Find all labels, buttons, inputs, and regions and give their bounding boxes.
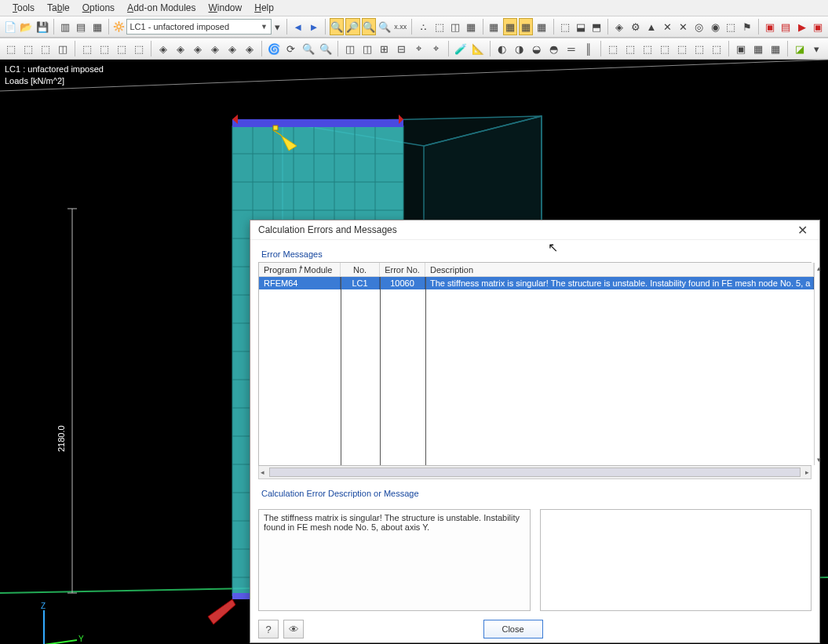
close-icon[interactable]: ✕ — [793, 223, 812, 238]
tb2-x-icon[interactable]: ⌖ — [429, 40, 444, 57]
loadcase-combo[interactable]: LC1 - unfactored imposed ▼ — [126, 19, 272, 35]
zoom3-icon[interactable]: 🔍 — [362, 18, 376, 35]
th-program[interactable]: Program / Module▲ — [259, 263, 341, 276]
table-row[interactable]: RFEM64 LC1 10060 The stiffness matrix is… — [259, 277, 814, 289]
tb2-ae-icon[interactable]: ═ — [564, 40, 579, 57]
menu-addon[interactable]: Add-on Modules — [121, 2, 202, 13]
tb2-aq-icon[interactable]: ◪ — [792, 40, 808, 57]
tb2-h-icon[interactable]: ⬚ — [131, 40, 147, 57]
tb-grid3-icon[interactable]: ▦ — [519, 18, 533, 35]
tb2-aj-icon[interactable]: ⬚ — [657, 40, 673, 57]
tb-p-icon[interactable]: ⚑ — [740, 18, 754, 35]
tb-g-icon[interactable]: ⬒ — [589, 18, 604, 35]
tb2-a-icon[interactable]: ⬚ — [3, 40, 19, 57]
tb2-s-icon[interactable]: ◫ — [342, 40, 358, 57]
tb-f-icon[interactable]: ⬓ — [574, 18, 588, 35]
tb-xxx-icon[interactable]: x.xx — [393, 18, 407, 35]
tb2-an-icon[interactable]: ▣ — [733, 40, 749, 57]
dialog-titlebar[interactable]: Calculation Errors and Messages ✕ — [250, 220, 819, 240]
menu-help[interactable]: Help — [248, 2, 280, 13]
nav-prev-icon[interactable]: ◄ — [290, 18, 305, 35]
tb-l-icon[interactable]: ✕ — [676, 18, 690, 35]
tb2-w-icon[interactable]: ⌖ — [411, 40, 427, 57]
tb-o-icon[interactable]: ⬚ — [724, 18, 738, 35]
zoom4-icon[interactable]: 🔍 — [378, 18, 392, 35]
tb-h-icon[interactable]: ◈ — [612, 18, 626, 35]
menu-table[interactable]: Table — [41, 2, 76, 13]
tb-e-icon[interactable]: ⬚ — [557, 18, 571, 35]
tb2-v-icon[interactable]: ⊟ — [394, 40, 410, 57]
zoom1-icon[interactable]: 🔍 — [330, 18, 344, 35]
tb2-r-icon[interactable]: 🔍 — [318, 40, 334, 57]
tb2-ac-icon[interactable]: ◒ — [529, 40, 545, 57]
tb-c-icon[interactable]: ◫ — [448, 18, 462, 35]
tb2-b-icon[interactable]: ⬚ — [20, 40, 36, 57]
tb-grid2-icon[interactable]: ▦ — [503, 18, 517, 35]
tb-r-icon[interactable]: ▤ — [779, 18, 793, 35]
tb2-af-icon[interactable]: ║ — [581, 40, 596, 57]
tb-k-icon[interactable]: ✕ — [660, 18, 674, 35]
tb2-f-icon[interactable]: ⬚ — [97, 40, 112, 57]
tb-s-icon[interactable]: ▶ — [794, 18, 808, 35]
errors-table[interactable]: Program / Module▲ No. Error No. Descript… — [259, 263, 814, 465]
tb-j-icon[interactable]: ▲ — [644, 18, 658, 35]
tb2-q-icon[interactable]: 🔍 — [301, 40, 316, 57]
tb2-ab-icon[interactable]: ◑ — [512, 40, 527, 57]
tb2-l-icon[interactable]: ◈ — [207, 40, 223, 57]
tb2-n-icon[interactable]: ◈ — [242, 40, 257, 57]
tb-grid4-icon[interactable]: ▦ — [534, 18, 549, 35]
tb2-ah-icon[interactable]: ⬚ — [622, 40, 638, 57]
tb-open-icon[interactable]: 📂 — [19, 18, 33, 35]
tb2-t-icon[interactable]: ◫ — [359, 40, 375, 57]
tb2-e-icon[interactable]: ⬚ — [79, 40, 95, 57]
th-no[interactable]: No. — [341, 263, 380, 276]
tb-panel2-icon[interactable]: ▤ — [74, 18, 88, 35]
tb2-am-icon[interactable]: ⬚ — [709, 40, 724, 57]
tb2-k-icon[interactable]: ◈ — [190, 40, 206, 57]
tb-panel3-icon[interactable]: ▦ — [89, 18, 104, 35]
tb-n-icon[interactable]: ◉ — [708, 18, 722, 35]
eye-button[interactable]: 👁 — [283, 620, 304, 639]
tb2-z-icon[interactable]: 📐 — [470, 40, 486, 57]
tb-b-icon[interactable]: ⬚ — [432, 18, 447, 35]
tb-panel1-icon[interactable]: ▥ — [58, 18, 72, 35]
tb-m-icon[interactable]: ◎ — [692, 18, 706, 35]
tb-q-icon[interactable]: ▣ — [763, 18, 777, 35]
tb2-ao-icon[interactable]: ▦ — [750, 40, 766, 57]
tb-a-icon[interactable]: ⛬ — [416, 18, 430, 35]
menu-window[interactable]: Window — [202, 2, 249, 13]
close-button[interactable]: Close — [483, 620, 543, 639]
tb-new-icon[interactable]: 📄 — [3, 18, 17, 35]
tb-grid1-icon[interactable]: ▦ — [487, 18, 501, 35]
tb2-u-icon[interactable]: ⊞ — [377, 40, 392, 57]
help-button[interactable]: ? — [258, 620, 279, 639]
tb2-i-icon[interactable]: ◈ — [155, 40, 171, 57]
vertical-scrollbar[interactable] — [814, 263, 815, 465]
tb-i-icon[interactable]: ⚙ — [628, 18, 642, 35]
zoom2-icon[interactable]: 🔎 — [345, 18, 359, 35]
tb2-aa-icon[interactable]: ◐ — [494, 40, 510, 57]
tb-d-icon[interactable]: ▦ — [464, 18, 478, 35]
tb2-c-icon[interactable]: ⬚ — [38, 40, 53, 57]
tb2-j-icon[interactable]: ◈ — [173, 40, 188, 57]
tb2-y-icon[interactable]: 🧪 — [453, 40, 469, 57]
tb-save-icon[interactable]: 💾 — [35, 18, 49, 35]
tb2-ak-icon[interactable]: ⬚ — [674, 40, 690, 57]
tb2-d-icon[interactable]: ◫ — [55, 40, 71, 57]
tb2-ad-icon[interactable]: ◓ — [546, 40, 562, 57]
nav-next-icon[interactable]: ► — [307, 18, 321, 35]
tb2-ai-icon[interactable]: ⬚ — [640, 40, 655, 57]
tb2-ag-icon[interactable]: ⬚ — [605, 40, 621, 57]
tb2-ap-icon[interactable]: ▦ — [768, 40, 783, 57]
th-description[interactable]: Description — [425, 263, 814, 276]
tb2-al-icon[interactable]: ⬚ — [691, 40, 707, 57]
horizontal-scrollbar[interactable]: ◂▸ — [258, 466, 812, 479]
tb2-ar-icon[interactable]: ▾ — [809, 40, 825, 57]
menu-options[interactable]: Options — [76, 2, 121, 13]
tb2-p-icon[interactable]: ⟳ — [283, 40, 299, 57]
tb-t-icon[interactable]: ▣ — [811, 18, 825, 35]
tb2-g-icon[interactable]: ⬚ — [114, 40, 129, 57]
th-errorno[interactable]: Error No. — [380, 263, 425, 276]
tb-dd2-icon[interactable]: ▾ — [273, 18, 283, 35]
tb2-m-icon[interactable]: ◈ — [224, 40, 240, 57]
